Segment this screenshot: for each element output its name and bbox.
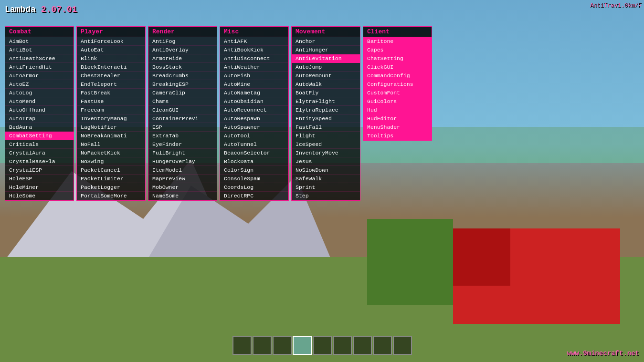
module-item-player-9[interactable]: InventoryManag bbox=[77, 114, 145, 123]
module-item-combat-12[interactable]: Criticals bbox=[5, 140, 74, 149]
module-item-misc-2[interactable]: AntiDisconnect bbox=[220, 54, 288, 63]
module-item-misc-14[interactable]: BlockData bbox=[220, 157, 288, 166]
module-item-client-7[interactable]: GuiColors bbox=[363, 97, 432, 106]
module-item-misc-12[interactable]: AutoTunnel bbox=[220, 140, 288, 149]
module-item-movement-11[interactable]: Flight bbox=[292, 132, 360, 140]
module-item-client-5[interactable]: Configurations bbox=[363, 80, 432, 89]
module-item-misc-5[interactable]: AutoMine bbox=[220, 80, 288, 89]
module-item-client-3[interactable]: ClickGUI bbox=[363, 63, 432, 72]
module-item-misc-3[interactable]: AntiWeather bbox=[220, 63, 288, 72]
module-item-player-10[interactable]: LagNotifier bbox=[77, 123, 145, 132]
module-item-player-1[interactable]: AutoEat bbox=[77, 46, 145, 54]
module-item-player-6[interactable]: FastBreak bbox=[77, 89, 145, 97]
hotbar-slot-6[interactable] bbox=[353, 336, 372, 355]
module-item-movement-8[interactable]: ElytraReplace bbox=[292, 106, 360, 114]
module-item-client-2[interactable]: ChatSetting bbox=[363, 54, 432, 63]
module-item-player-18[interactable]: PortalSomeMore bbox=[77, 192, 145, 200]
module-item-combat-8[interactable]: AutoOffhand bbox=[5, 106, 74, 114]
module-item-render-0[interactable]: AntiFog bbox=[148, 37, 217, 46]
module-item-movement-18[interactable]: Step bbox=[292, 192, 360, 200]
module-item-movement-15[interactable]: NoSlowDown bbox=[292, 166, 360, 175]
hotbar-slot-7[interactable] bbox=[373, 336, 392, 355]
module-item-misc-4[interactable]: AutoFish bbox=[220, 72, 288, 80]
hotbar-slot-2[interactable] bbox=[273, 336, 292, 355]
module-item-movement-12[interactable]: IceSpeed bbox=[292, 140, 360, 149]
module-item-misc-9[interactable]: AutoRespawn bbox=[220, 114, 288, 123]
module-item-combat-0[interactable]: AimBot bbox=[5, 37, 74, 46]
module-item-client-8[interactable]: Hud bbox=[363, 106, 432, 114]
module-item-misc-8[interactable]: AutoReconnect bbox=[220, 106, 288, 114]
module-item-render-15[interactable]: ItemModel bbox=[148, 166, 217, 175]
module-item-render-13[interactable]: FullBright bbox=[148, 149, 217, 157]
module-item-movement-0[interactable]: Anchor bbox=[292, 37, 360, 46]
hotbar-slot-1[interactable] bbox=[253, 336, 272, 355]
module-item-render-1[interactable]: AntiOverlay bbox=[148, 46, 217, 54]
module-item-combat-3[interactable]: AntiFriendHit bbox=[5, 63, 74, 72]
module-item-render-11[interactable]: ExtraTab bbox=[148, 132, 217, 140]
module-item-combat-7[interactable]: AutoMend bbox=[5, 97, 74, 106]
module-item-client-11[interactable]: Tooltips bbox=[363, 132, 432, 140]
module-item-render-16[interactable]: MapPreview bbox=[148, 175, 217, 183]
module-item-player-17[interactable]: PacketLogger bbox=[77, 183, 145, 192]
hotbar-slot-5[interactable] bbox=[333, 336, 352, 355]
module-item-player-3[interactable]: BlockInteracti bbox=[77, 63, 145, 72]
module-item-player-16[interactable]: PacketLimiter bbox=[77, 175, 145, 183]
hotbar-slot-0[interactable] bbox=[232, 336, 252, 355]
module-item-movement-1[interactable]: AntiHunger bbox=[292, 46, 360, 54]
module-item-player-7[interactable]: FastUse bbox=[77, 97, 145, 106]
module-item-combat-4[interactable]: AutoArmor bbox=[5, 72, 74, 80]
module-item-client-0[interactable]: Baritone bbox=[363, 37, 432, 46]
module-item-combat-14[interactable]: CrystalBasePla bbox=[5, 157, 74, 166]
hotbar-slot-4[interactable] bbox=[313, 336, 332, 355]
module-item-combat-13[interactable]: CrystalAura bbox=[5, 149, 74, 157]
module-item-combat-11[interactable]: CombatSetting bbox=[5, 132, 74, 140]
module-item-misc-0[interactable]: AntiAFK bbox=[220, 37, 288, 46]
module-item-misc-6[interactable]: AutoNametag bbox=[220, 89, 288, 97]
module-item-movement-17[interactable]: Sprint bbox=[292, 183, 360, 192]
module-item-misc-18[interactable]: DirectRPC bbox=[220, 192, 288, 200]
module-item-render-5[interactable]: BreakingESP bbox=[148, 80, 217, 89]
module-item-movement-10[interactable]: FastFall bbox=[292, 123, 360, 132]
hotbar-slot-8[interactable] bbox=[393, 336, 412, 355]
module-item-misc-7[interactable]: AutoObsidian bbox=[220, 97, 288, 106]
module-item-movement-4[interactable]: AutoRemount bbox=[292, 72, 360, 80]
module-item-client-10[interactable]: MenuShader bbox=[363, 123, 432, 132]
module-item-render-14[interactable]: HungerOverlay bbox=[148, 157, 217, 166]
module-item-movement-2[interactable]: AntiLevitation bbox=[292, 54, 360, 63]
module-item-combat-15[interactable]: CrystalESP bbox=[5, 166, 74, 175]
module-item-combat-18[interactable]: HoleSome bbox=[5, 192, 74, 200]
module-item-player-13[interactable]: NoPacketKick bbox=[77, 149, 145, 157]
module-item-player-2[interactable]: Blink bbox=[77, 54, 145, 63]
module-item-render-6[interactable]: CameraClip bbox=[148, 89, 217, 97]
module-item-render-2[interactable]: ArmorHide bbox=[148, 54, 217, 63]
module-item-movement-5[interactable]: AutoWalk bbox=[292, 80, 360, 89]
module-item-movement-14[interactable]: Jesus bbox=[292, 157, 360, 166]
module-item-misc-17[interactable]: CoordsLog bbox=[220, 183, 288, 192]
module-item-render-9[interactable]: ContainerPrevi bbox=[148, 114, 217, 123]
module-item-movement-16[interactable]: SafeWalk bbox=[292, 175, 360, 183]
module-item-render-17[interactable]: MobOwner bbox=[148, 183, 217, 192]
module-item-combat-5[interactable]: AutoEZ bbox=[5, 80, 74, 89]
module-item-client-6[interactable]: CustomFont bbox=[363, 89, 432, 97]
module-item-movement-9[interactable]: EntitySpeed bbox=[292, 114, 360, 123]
module-item-render-12[interactable]: EyeFinder bbox=[148, 140, 217, 149]
module-item-combat-17[interactable]: HoleMiner bbox=[5, 183, 74, 192]
module-item-player-4[interactable]: ChestStealer bbox=[77, 72, 145, 80]
module-item-misc-11[interactable]: AutoTool bbox=[220, 132, 288, 140]
module-item-client-1[interactable]: Capes bbox=[363, 46, 432, 54]
module-item-movement-3[interactable]: AutoJump bbox=[292, 63, 360, 72]
module-item-player-0[interactable]: AntiForceLook bbox=[77, 37, 145, 46]
module-item-render-8[interactable]: CleanGUI bbox=[148, 106, 217, 114]
module-item-client-9[interactable]: HudEditor bbox=[363, 114, 432, 123]
module-item-movement-7[interactable]: ElytraFlight bbox=[292, 97, 360, 106]
module-item-render-18[interactable]: NameSome bbox=[148, 192, 217, 200]
module-item-client-4[interactable]: CommandConfig bbox=[363, 72, 432, 80]
module-item-misc-13[interactable]: BeaconSelector bbox=[220, 149, 288, 157]
module-item-combat-1[interactable]: AntiBot bbox=[5, 46, 74, 54]
module-item-combat-16[interactable]: HoleESP bbox=[5, 175, 74, 183]
module-item-misc-10[interactable]: AutoSpawner bbox=[220, 123, 288, 132]
module-item-player-8[interactable]: Freecam bbox=[77, 106, 145, 114]
module-item-player-14[interactable]: NoSwing bbox=[77, 157, 145, 166]
module-item-movement-13[interactable]: InventoryMove bbox=[292, 149, 360, 157]
module-item-render-3[interactable]: BossStack bbox=[148, 63, 217, 72]
